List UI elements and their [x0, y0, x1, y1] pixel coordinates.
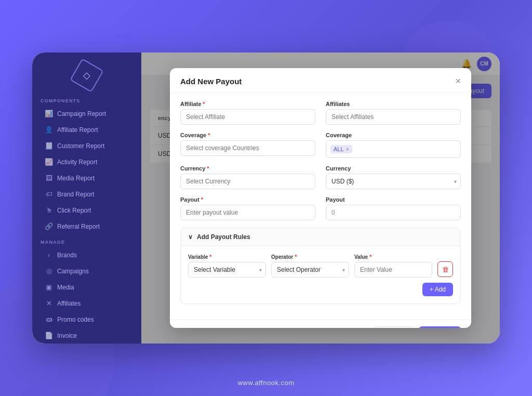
value-input[interactable] [354, 262, 432, 278]
form-group-payout-right: Payout [326, 196, 461, 220]
payout-left-input[interactable] [180, 205, 315, 220]
rules-group-variable: Variable * Select Variable [188, 254, 266, 278]
currency-label: Currency * [180, 165, 315, 171]
operator-required-star: * [295, 254, 297, 260]
invoice-icon: 📄 [45, 332, 53, 339]
operator-label: Operator * [271, 254, 349, 260]
modal-title: Add New Payout [180, 77, 242, 86]
variable-select-wrapper: Select Variable [188, 262, 266, 278]
activity-report-icon: 📈 [45, 158, 53, 166]
variable-select[interactable]: Select Variable [188, 262, 266, 278]
brand-report-icon: 🏷 [45, 190, 53, 198]
delete-rule-button[interactable]: 🗑 [437, 261, 453, 277]
form-group-affiliates: Affiliates [326, 101, 461, 125]
submit-button[interactable]: Submit [419, 326, 461, 328]
sidebar-item-affiliate-report[interactable]: 👤 Affiliate Report [36, 122, 137, 137]
variable-required-star: * [209, 254, 211, 260]
modal-body: Affiliate * Affiliates [170, 93, 471, 320]
modal-footer: Cancel Submit [170, 320, 471, 328]
sidebar-label-promo-codes: Promo codes [57, 316, 94, 323]
form-row-affiliate: Affiliate * Affiliates [180, 101, 461, 125]
brands-icon: › [45, 251, 53, 259]
sidebar-label-click-report: Click Report [57, 207, 91, 214]
sidebar-section-reports: COMPONENTS [32, 93, 141, 105]
sidebar-label-invoice: Invoice [57, 332, 77, 339]
modal-close-button[interactable]: × [455, 76, 461, 86]
sidebar-label-brand-report: Brand Report [57, 191, 94, 198]
modal-header: Add New Payout × [170, 68, 471, 93]
form-group-payout-left: Payout * [180, 196, 315, 220]
rules-body: Variable * Select Variable [181, 246, 460, 303]
currency-required-star: * [207, 165, 209, 171]
sidebar-item-campaigns[interactable]: ◎ Campaigns [36, 263, 137, 279]
rules-group-value: Value * [354, 254, 432, 278]
coverage-tag-label: ALL [334, 146, 344, 152]
affiliate-label: Affiliate * [180, 101, 315, 107]
currency-select-wrapper: USD ($) [326, 174, 461, 189]
currency-input[interactable] [180, 174, 315, 189]
main-content: 🔔 CM + Add New Payout ency Cove USD A...… [141, 52, 500, 344]
sidebar-item-brand-report[interactable]: 🏷 Brand Report [36, 187, 137, 202]
cancel-button[interactable]: Cancel [375, 326, 414, 328]
sidebar-logo: ◇ [32, 52, 141, 93]
coverage-label: Coverage * [180, 132, 315, 138]
coverage-tag-remove-icon[interactable]: × [346, 146, 349, 152]
promo-codes-icon: 🎟 [45, 315, 53, 323]
affiliate-input[interactable] [180, 109, 315, 125]
form-row-coverage: Coverage * Coverage ALL × [180, 132, 461, 158]
payout-rules-section: ∨ Add Payout Rules Variable * [180, 228, 461, 304]
form-group-currency-left: Currency * [180, 165, 315, 189]
sidebar-item-customer-report[interactable]: 🧾 Customer Report [36, 138, 137, 153]
sidebar-label-affiliates: Affiliates [57, 300, 81, 307]
form-group-currency-right: Currency USD ($) [326, 165, 461, 189]
click-report-icon: 🖱 [45, 206, 53, 214]
campaign-report-icon: 📊 [45, 110, 53, 117]
payout-label: Payout * [180, 196, 315, 203]
sidebar-item-promo-codes[interactable]: 🎟 Promo codes [36, 312, 137, 327]
sidebar-item-brands[interactable]: › Brands [36, 247, 137, 262]
coverage-tag-all: ALL × [330, 145, 352, 153]
sidebar-label-media-report: Media Report [57, 175, 95, 182]
sidebar-label-customer-report: Customer Report [57, 142, 104, 150]
sidebar-label-referral-report: Referral Report [57, 223, 100, 230]
rules-group-operator: Operator * Select Operator [271, 254, 349, 278]
value-required-star: * [369, 254, 371, 260]
affiliates-input[interactable] [326, 109, 461, 125]
coverage-tags-container[interactable]: ALL × [326, 140, 461, 158]
variable-label: Variable * [188, 254, 266, 260]
payout-value-input[interactable] [326, 205, 461, 220]
add-payout-modal: Add New Payout × Affiliate * [170, 68, 471, 328]
sidebar-item-affiliates[interactable]: ✕ Affiliates [36, 296, 137, 311]
sidebar-item-activity-report[interactable]: 📈 Activity Report [36, 154, 137, 169]
customer-report-icon: 🧾 [45, 142, 53, 150]
currency-right-label: Currency [326, 165, 461, 171]
sidebar-label-campaign-report: Campaign Report [57, 110, 106, 117]
operator-select-wrapper: Select Operator [271, 262, 349, 278]
coverage-input[interactable] [180, 140, 315, 156]
logo-icon: ◇ [70, 58, 104, 93]
add-rule-button[interactable]: + Add [422, 283, 453, 296]
rules-row: Variable * Select Variable [188, 254, 453, 278]
payout-rules-header[interactable]: ∨ Add Payout Rules [181, 228, 460, 246]
media-icon: ▣ [45, 283, 53, 291]
media-report-icon: 🖼 [45, 174, 53, 182]
affiliate-required-star: * [203, 101, 205, 107]
coverage-required-star: * [208, 132, 210, 138]
affiliates-icon: ✕ [45, 299, 53, 307]
payout-required-star: * [201, 196, 203, 203]
sidebar-item-invoice[interactable]: 📄 Invoice [36, 328, 137, 343]
sidebar: ◇ COMPONENTS 📊 Campaign Report 👤 Affilia… [32, 52, 141, 344]
sidebar-item-media[interactable]: ▣ Media [36, 280, 137, 295]
sidebar-item-campaign-report[interactable]: 📊 Campaign Report [36, 106, 137, 121]
sidebar-item-click-report[interactable]: 🖱 Click Report [36, 203, 137, 218]
sidebar-label-campaigns: Campaigns [57, 268, 89, 275]
device-frame: ◇ COMPONENTS 📊 Campaign Report 👤 Affilia… [32, 52, 500, 344]
sidebar-item-referral-report[interactable]: 🔗 Referral Report [36, 219, 137, 234]
chevron-down-icon: ∨ [188, 233, 193, 241]
sidebar-item-media-report[interactable]: 🖼 Media Report [36, 170, 137, 186]
currency-select[interactable]: USD ($) [326, 174, 461, 189]
operator-select[interactable]: Select Operator [271, 262, 349, 278]
sidebar-label-media: Media [57, 284, 74, 291]
sidebar-label-brands: Brands [57, 252, 77, 259]
watermark: www.affnook.com [237, 379, 294, 387]
